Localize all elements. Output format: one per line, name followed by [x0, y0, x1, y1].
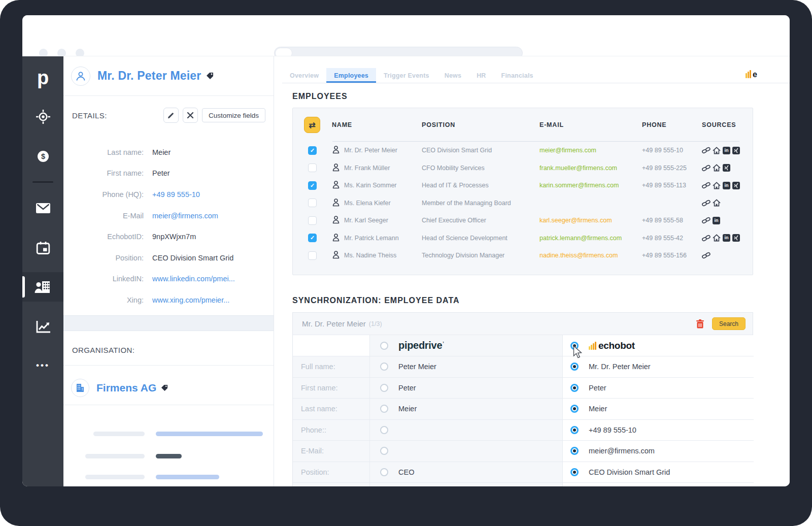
- customize-fields-button[interactable]: Customize fields: [202, 108, 265, 122]
- link-icon[interactable]: [702, 164, 710, 172]
- pencil-icon: [167, 112, 175, 119]
- xing-icon[interactable]: [732, 234, 740, 242]
- tab-trigger-events[interactable]: Trigger Events: [376, 68, 437, 83]
- pipedrive-value-radio[interactable]: [380, 363, 388, 371]
- person-icon: [75, 71, 86, 82]
- tab-financials[interactable]: Financials: [494, 68, 541, 83]
- link-icon[interactable]: [702, 181, 710, 189]
- sidebar-item-contacts[interactable]: [22, 272, 63, 302]
- echobot-value-radio[interactable]: [570, 426, 579, 434]
- pipedrive-source-radio[interactable]: [380, 342, 388, 350]
- organisation-name[interactable]: Firmens AG: [96, 382, 156, 394]
- row-checkbox[interactable]: ✓: [308, 234, 317, 242]
- source-icons: [702, 199, 753, 207]
- field-value[interactable]: www.xing.com/pmeier...: [152, 296, 229, 304]
- echobot-value-cell: meier@firmens.com: [563, 441, 754, 462]
- linkedin-icon[interactable]: in: [723, 182, 730, 189]
- field-label: LinkedIN:: [63, 275, 144, 283]
- tab-news[interactable]: News: [437, 68, 469, 83]
- echobot-value-radio[interactable]: [570, 384, 579, 392]
- home-icon[interactable]: [713, 182, 721, 189]
- pipedrive-value-radio[interactable]: [380, 384, 388, 392]
- linkedin-icon[interactable]: in: [713, 217, 720, 224]
- echobot-value-radio[interactable]: [570, 405, 579, 413]
- sidebar-item-insights[interactable]: [22, 316, 63, 337]
- echobot-value-cell: +49 89 555-10: [563, 420, 754, 441]
- echobot-value-radio[interactable]: [570, 447, 579, 455]
- tab-overview[interactable]: Overview: [282, 68, 326, 83]
- row-checkbox[interactable]: ✓: [308, 146, 317, 155]
- sidebar-item-more[interactable]: •••: [22, 355, 63, 376]
- link-icon[interactable]: [702, 146, 710, 154]
- home-icon[interactable]: [713, 234, 721, 242]
- skeleton-bar: [93, 432, 145, 436]
- employee-email: karin.sommer@firmens.com: [539, 182, 642, 189]
- tag-icon[interactable]: [206, 72, 214, 80]
- link-icon[interactable]: [702, 199, 710, 207]
- xing-icon[interactable]: [732, 182, 740, 189]
- employee-position: Technology Division Manager: [422, 252, 539, 259]
- echobot-value-radio[interactable]: [570, 363, 579, 371]
- pipedrive-value-radio[interactable]: [380, 468, 388, 476]
- page-title: Mr. Dr. Peter Meier: [97, 69, 201, 83]
- sync-field-label: Full name:: [293, 356, 370, 378]
- browser-chrome: [22, 15, 790, 56]
- sync-rows: Full name:Peter MeierMr. Dr. Peter Meier…: [293, 356, 753, 486]
- field-value[interactable]: +49 89 555-10: [152, 190, 200, 199]
- dollar-icon: $: [36, 149, 51, 164]
- sidebar-item-activities[interactable]: [22, 238, 63, 258]
- detail-field-row: EchobotID:9npXWjxn7m: [63, 226, 269, 247]
- organisation-label: ORGANISATION:: [72, 346, 134, 354]
- tag-icon[interactable]: [161, 384, 168, 391]
- checkbox-cell: [308, 251, 332, 260]
- sync-field-row: Full name:Peter MeierMr. Dr. Peter Meier: [293, 356, 753, 378]
- search-button[interactable]: Search: [712, 317, 746, 330]
- delete-button[interactable]: [696, 319, 704, 328]
- employee-position: Head of Science Development: [422, 235, 539, 242]
- pipedrive-value-radio[interactable]: [380, 405, 388, 413]
- sidebar-item-leads[interactable]: [22, 107, 63, 127]
- field-value[interactable]: www.linkedin.com/pmei...: [152, 275, 235, 283]
- collapse-button[interactable]: [183, 108, 198, 123]
- row-checkbox[interactable]: ✓: [308, 181, 317, 190]
- xing-icon[interactable]: [732, 147, 740, 154]
- linkedin-icon[interactable]: in: [723, 147, 730, 154]
- pipedrive-value-radio[interactable]: [380, 426, 388, 434]
- employees-table-header: ⇄ NAME POSITION E-MAIL PHONE SOURCES: [293, 108, 753, 142]
- home-icon[interactable]: [713, 199, 721, 207]
- sync-field-row: Position:CEOCEO Division Smart Grid: [293, 462, 753, 483]
- employee-position: CEO Division Smart Grid: [422, 147, 539, 154]
- link-icon[interactable]: [702, 234, 710, 242]
- employee-position: CFO Mobility Services: [422, 165, 539, 172]
- sidebar-item-logo[interactable]: p: [22, 68, 63, 88]
- edit-button[interactable]: [163, 108, 179, 123]
- field-value[interactable]: meier@firmens.com: [152, 212, 218, 220]
- row-checkbox[interactable]: [308, 163, 317, 172]
- sidebar-item-deals[interactable]: $: [22, 146, 63, 167]
- employee-email: patrick.lemann@firmens.com: [539, 235, 642, 242]
- details-label: DETAILS:: [72, 111, 159, 120]
- skeleton-bar: [156, 432, 263, 436]
- employee-email: meier@firmens.com: [539, 147, 642, 154]
- home-icon[interactable]: [713, 164, 721, 172]
- tab-hr[interactable]: HR: [469, 68, 493, 83]
- table-row: ✓ Mr. Patrick LemannHead of Science Deve…: [293, 229, 753, 247]
- link-icon[interactable]: [702, 251, 710, 259]
- tab-employees[interactable]: Employees: [326, 68, 376, 83]
- row-checkbox[interactable]: [308, 216, 317, 225]
- sync-field-label: [293, 483, 370, 486]
- source-icons: in: [702, 234, 753, 242]
- sync-field-label: First name:: [293, 378, 370, 399]
- column-header-name: NAME: [332, 121, 422, 128]
- employees-rows: ✓ Mr. Dr. Peter MeierCEO Division Smart …: [293, 142, 753, 265]
- row-checkbox[interactable]: [308, 199, 317, 207]
- pipedrive-value-radio[interactable]: [380, 447, 388, 455]
- xing-icon[interactable]: [723, 164, 730, 172]
- sync-field-label: Phone::: [293, 420, 370, 441]
- sidebar-item-mail[interactable]: [22, 198, 63, 218]
- linkedin-icon[interactable]: in: [723, 234, 730, 242]
- home-icon[interactable]: [713, 147, 721, 154]
- row-checkbox[interactable]: [308, 251, 317, 260]
- link-icon[interactable]: [702, 216, 710, 224]
- echobot-value-radio[interactable]: [570, 468, 579, 476]
